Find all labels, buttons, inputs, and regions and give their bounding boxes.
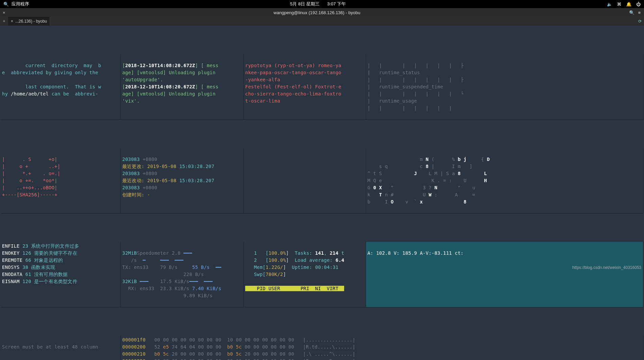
volume-icon[interactable]: 🔈 [607, 2, 612, 7]
network-icon[interactable]: ⌘ [617, 2, 621, 7]
watermark-text: https://blog.csdn.net/weixin_40316053 [572, 265, 641, 270]
search-icon[interactable]: 🔍 [3, 2, 9, 7]
pane-speedometer: 32MiBSpeedometer 2.8 ━━━ /s ━ ━━━ ━━━ TX… [121, 242, 244, 307]
pane-hexdump: 000001f0 00 00 00 00 00 00 00 00 10 00 0… [121, 336, 643, 360]
htop-header: PID USER PRI NI VIRT [245, 286, 344, 291]
window-titlebar: × wangpeng@linux (192.168.126.136) - byo… [0, 8, 644, 17]
clock-date[interactable]: 5月 8日 星期三 [290, 1, 319, 7]
window-close-button[interactable]: × [0, 10, 8, 15]
desktop-top-bar: 🔍 应用程序 5月 8日 星期三 3:07 下午 🔈 ⌘ 🔔 ⏻ [0, 0, 644, 8]
tab-overflow-icon[interactable]: ⟳ [636, 17, 644, 26]
pane-sysfs-tree: | | | | | | | ├ | runtime_status | | | |… [366, 54, 643, 120]
pane-errno: ENFILE 23 系统中打开的文件过多ENOKEY 126 需要的关键字不存在… [1, 242, 121, 307]
pane-stat: 203083 +0800 最近更改: 2019-05-08 15:03:28.2… [121, 148, 244, 214]
errno-line: ENFILE 23 系统中打开的文件过多 [2, 243, 119, 250]
new-tab-button[interactable]: + [0, 17, 8, 26]
power-icon[interactable]: ⏻ [636, 2, 641, 7]
pane-too-narrow: Screen must be at least 48 column [1, 336, 121, 360]
hex-row: 00000220 50 03 00 00 00 00 00 00 50 03 0… [122, 358, 642, 360]
titlebar-menu-icon[interactable]: ≡ [638, 10, 641, 15]
pane-matrix: m N ( % b j { D s q c 8 | I m ] ^ t S J … [366, 148, 643, 214]
pane-ssh-randomart: | . S +o| | o + ..+| | *.+ . o=.| | o +=… [1, 148, 121, 214]
pane-phonetic: rypototya (ryp-ot-ot-ya) romeo-ya nkee-p… [244, 54, 366, 120]
terminal-content: current directory may b e abbreviated by… [0, 26, 644, 360]
notifications-icon[interactable]: 🔔 [626, 2, 632, 7]
pane-vmtools-log: [2018-12-10T14:08:20.672Z] [ mess age] [… [121, 54, 244, 120]
hex-row: 000001f0 00 00 00 00 00 00 00 00 10 00 0… [122, 336, 642, 343]
pane-avsync: A: 102.8 V: 185.9 A-V:-83.111 ct: [366, 242, 643, 307]
errno-line: EISNAM 120 是一个有名类型文件 [2, 278, 119, 285]
window-title: wangpeng@linux (192.168.126.136) - byobu [8, 10, 626, 15]
titlebar-search-icon[interactable]: 🔍 [629, 10, 635, 15]
clock-time[interactable]: 3:07 下午 [327, 1, 346, 7]
pane-blank1 [244, 148, 366, 214]
hex-row: 00000210 b0 5c 20 00 00 00 00 00 b0 5c 2… [122, 351, 642, 358]
terminal-tab-bar: + × ...26.136) - byobu ⟳ [0, 17, 644, 26]
tab-label: ...26.136) - byobu [15, 19, 47, 24]
tab-close-icon[interactable]: × [11, 19, 13, 24]
hex-row: 00000200 52 e5 74 64 04 00 00 00 b0 5c 0… [122, 343, 642, 351]
pane-htop: 1 [100.0%] Tasks: 141, 214 t 2 [100.0%] … [244, 242, 366, 307]
applications-menu[interactable]: 应用程序 [11, 1, 29, 7]
errno-line: ENOSYS 38 函数未实现 [2, 264, 119, 271]
pane-manpage: current directory may b e abbreviated by… [1, 54, 121, 120]
errno-line: ENODATA 61 没有可用的数据 [2, 271, 119, 278]
errno-line: EREMOTE 66 对象是远程的 [2, 257, 119, 264]
errno-line: ENOKEY 126 需要的关键字不存在 [2, 250, 119, 257]
terminal-tab[interactable]: × ...26.136) - byobu [8, 17, 50, 26]
